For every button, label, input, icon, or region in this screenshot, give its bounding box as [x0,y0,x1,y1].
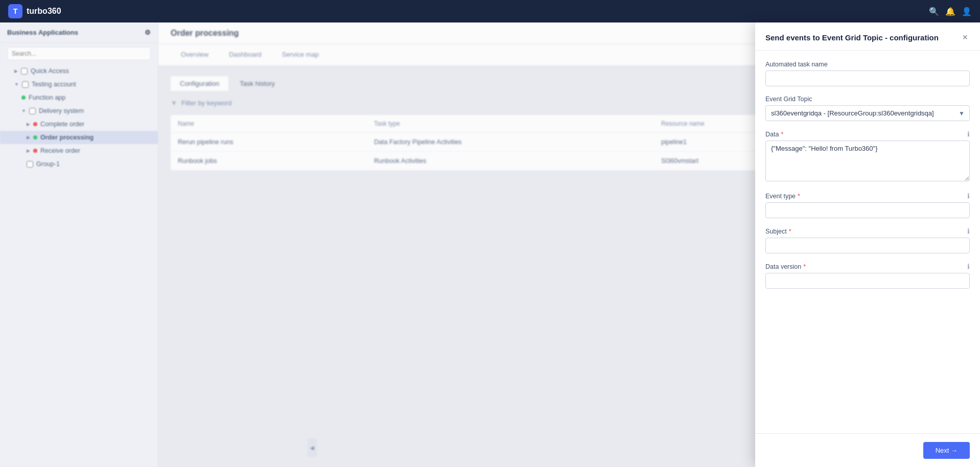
sidebar-item-label: Quick Access [31,67,69,75]
sidebar-item-function-app[interactable]: Function app [0,91,158,104]
sidebar-item-group-1[interactable]: Group-1 [0,157,158,171]
chevron-right-icon: ▶ [27,122,30,127]
sidebar-item-complete-order[interactable]: ▶ Complete order [0,118,158,131]
required-indicator: * [781,131,783,138]
modal-close-button[interactable]: × [960,32,970,43]
user-avatar[interactable]: 👤 [962,7,972,16]
sidebar-item-quick-access[interactable]: ▶ Quick Access [0,64,158,78]
sidebar-item-order-processing[interactable]: ▶ Order processing [0,131,158,144]
info-icon[interactable]: ℹ [967,263,970,270]
sidebar-settings-icon[interactable]: ⚙ [145,29,151,36]
sidebar-header: Business Applications ⚙ [0,22,158,43]
task-name-input[interactable] [765,71,970,86]
event-grid-topic-select-wrapper: sl360eventgridqa - [ResourceGroup:sl360e… [765,105,970,121]
info-icon[interactable]: ℹ [967,192,970,200]
form-group-event-type: Event type * ℹ [765,192,970,218]
next-button[interactable]: Next → [923,442,970,459]
cell-task-type: Runbook Activities [367,152,654,171]
data-version-input[interactable] [765,273,970,289]
event-grid-topic-select[interactable]: sl360eventgridqa - [ResourceGroup:sl360e… [765,105,970,121]
sidebar-item-label: Receive order [40,147,80,154]
data-textarea[interactable]: {"Message": "Hello! from Turbo360"} [765,141,970,181]
logo-icon: T [8,4,22,18]
sub-tab-configuration[interactable]: Configuration [171,76,228,91]
form-group-event-grid-topic: Event Grid Topic sl360eventgridqa - [Res… [765,96,970,121]
sidebar-search-input[interactable] [7,47,151,60]
required-indicator: * [803,263,806,270]
field-label-event-grid-topic: Event Grid Topic [765,96,970,103]
sub-tab-task-history[interactable]: Task history [230,76,284,91]
quick-access-checkbox[interactable] [21,68,28,75]
sidebar-item-receive-order[interactable]: ▶ Receive order [0,144,158,157]
sidebar-item-label: Function app [29,94,65,101]
chevron-down-icon: ▼ [14,82,19,87]
modal-title: Send events to Event Grid Topic - config… [765,33,939,42]
status-dot-red [33,122,37,126]
subject-input[interactable] [765,238,970,253]
search-icon[interactable]: 🔍 [929,7,939,16]
sidebar-item-testing-account[interactable]: ▼ Testing account [0,78,158,91]
tab-dashboard[interactable]: Dashboard [219,44,272,65]
sidebar-item-label: Testing account [32,81,76,88]
chevron-down-icon: ▼ [21,108,26,113]
sidebar: Business Applications ⚙ ▶ Quick Access ▼… [0,22,158,467]
sidebar-item-label: Group-1 [36,160,60,168]
status-dot-green [21,96,26,100]
chevron-right-icon: ▶ [27,148,30,153]
modal-panel: Send events to Event Grid Topic - config… [755,22,980,467]
modal-body: Automated task name Event Grid Topic sl3… [755,51,980,433]
required-indicator: * [798,193,800,200]
sidebar-title: Business Applications [7,29,78,36]
page-title: Order processing [171,29,239,37]
delivery-system-checkbox[interactable] [29,108,36,114]
sidebar-item-label: Complete order [40,121,84,128]
form-group-task-name: Automated task name [765,61,970,86]
sidebar-item-label: Delivery system [39,107,84,114]
modal-footer: Next → [755,433,980,467]
field-label-data-version: Data version * ℹ [765,263,970,270]
app-logo[interactable]: T turbo360 [8,4,61,18]
filter-label: Filter by keyword [181,99,231,107]
tab-overview[interactable]: Overview [171,44,219,65]
form-group-data: Data * ℹ {"Message": "Hello! from Turbo3… [765,130,970,183]
col-task-type: Task type [367,115,654,133]
modal-header: Send events to Event Grid Topic - config… [755,22,980,51]
status-dot-green [33,135,37,139]
top-navigation: T turbo360 🔍 🔔 👤 [0,0,980,22]
field-label-event-type: Event type * ℹ [765,192,970,200]
nav-right-icons: 🔍 🔔 👤 [929,7,972,16]
info-icon[interactable]: ℹ [967,130,970,138]
sidebar-collapse-button[interactable]: ◀ [308,438,317,457]
chevron-right-icon: ▶ [27,135,30,140]
sidebar-search-area [0,43,158,64]
cell-name: Rerun pipeline runs [171,133,367,152]
testing-account-checkbox[interactable] [22,81,29,88]
notification-icon[interactable]: 🔔 [945,7,955,16]
sidebar-item-label: Order processing [40,134,94,141]
col-name: Name [171,115,367,133]
form-group-data-version: Data version * ℹ [765,263,970,289]
field-label-subject: Subject * ℹ [765,227,970,235]
event-type-input[interactable] [765,202,970,218]
required-indicator: * [789,228,791,235]
field-label-task-name: Automated task name [765,61,970,68]
chevron-right-icon: ▶ [14,68,18,74]
filter-icon: ▼ [171,99,177,107]
status-dot-red [33,149,37,153]
field-label-data: Data * ℹ [765,130,970,138]
tab-service-map[interactable]: Service map [272,44,329,65]
cell-name: Runbook jobs [171,152,367,171]
form-group-subject: Subject * ℹ [765,227,970,253]
sidebar-item-delivery-system[interactable]: ▼ Delivery system [0,104,158,118]
cell-task-type: Data Factory Pipeline Activities [367,133,654,152]
group1-checkbox[interactable] [27,161,33,168]
app-name: turbo360 [27,7,61,16]
info-icon[interactable]: ℹ [967,227,970,235]
